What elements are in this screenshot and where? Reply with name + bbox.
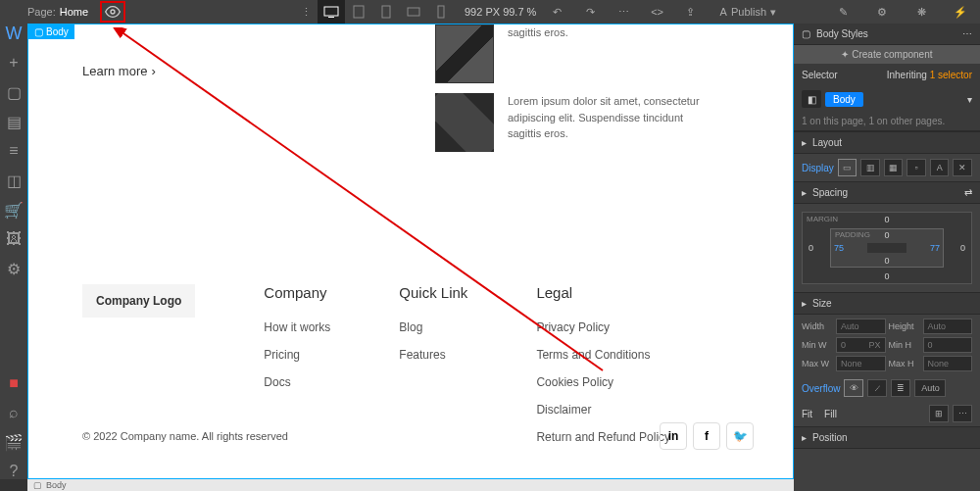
footer-link[interactable]: How it works: [264, 320, 330, 334]
settings-icon[interactable]: ⚙: [6, 261, 22, 276]
list-item: Lorem ipsum dolor sit amet, consectetur …: [435, 93, 704, 152]
video-icon[interactable]: 🎬: [6, 434, 22, 450]
footer-link[interactable]: Docs: [264, 375, 330, 389]
breadcrumb[interactable]: ▢ Body: [27, 479, 794, 491]
device-switcher: ⋮ 992 PX 99.7 %: [294, 0, 536, 24]
rec-icon[interactable]: ■: [6, 375, 22, 391]
undo-icon[interactable]: ↶: [546, 0, 569, 24]
display-none[interactable]: ✕: [953, 159, 972, 176]
display-label: Display: [802, 163, 834, 173]
footer-link[interactable]: Cookies Policy: [536, 375, 670, 389]
selector-state-icon[interactable]: ◧: [802, 90, 821, 108]
settings-tab[interactable]: ⚙: [862, 0, 902, 24]
fit-select[interactable]: Fill: [824, 409, 925, 419]
svg-point-0: [111, 10, 115, 14]
more-icon[interactable]: ⋮: [294, 0, 318, 24]
svg-rect-2: [328, 17, 334, 18]
section-position[interactable]: ▸ Position: [794, 426, 980, 449]
layers-icon[interactable]: ≡: [6, 143, 22, 159]
help-icon[interactable]: ?: [6, 464, 22, 479]
device-desktop[interactable]: [318, 0, 345, 24]
page-name[interactable]: Home: [60, 6, 88, 18]
selector-chip[interactable]: Body: [825, 92, 863, 107]
effects-tab[interactable]: ⚡: [941, 0, 980, 24]
export-icon[interactable]: ⇪: [679, 0, 703, 24]
redo-icon[interactable]: ↷: [579, 0, 603, 24]
display-grid[interactable]: ▦: [884, 159, 904, 176]
height-input[interactable]: Auto: [923, 319, 973, 334]
minh-input[interactable]: 0: [923, 337, 973, 353]
create-component-button[interactable]: ✦ Create component: [794, 45, 980, 64]
width-input[interactable]: Auto: [836, 319, 886, 334]
device-tablet[interactable]: [345, 0, 372, 24]
item-text: Lorem ipsum dolor sit amet, consectetur …: [508, 93, 704, 142]
thumbnail: [435, 25, 494, 83]
instances-note: 1 on this page, 1 on other pages.: [794, 112, 980, 131]
fit-more[interactable]: ⋯: [953, 405, 972, 422]
add-icon[interactable]: +: [6, 55, 22, 71]
page-label: Page:: [27, 6, 56, 18]
cms-icon[interactable]: ◫: [6, 172, 22, 188]
display-inline[interactable]: A: [930, 159, 950, 176]
padding-control[interactable]: PADDING 0 77 0 75: [830, 228, 944, 268]
webflow-logo-icon[interactable]: W: [6, 25, 22, 41]
brush-tab[interactable]: ✎: [823, 0, 862, 24]
code-icon[interactable]: <>: [646, 0, 669, 24]
company-logo: Company Logo: [82, 284, 195, 318]
overflow-scroll[interactable]: ≣: [891, 379, 910, 397]
body-styles-label: Body Styles: [816, 28, 868, 39]
svg-rect-1: [324, 7, 338, 16]
section-spacing[interactable]: ▸ Spacing⇄: [794, 181, 980, 204]
overflow-auto[interactable]: Auto: [914, 379, 946, 397]
overflow-visible[interactable]: 👁: [844, 379, 863, 397]
chevron-down-icon[interactable]: ▾: [967, 94, 972, 105]
footer-link[interactable]: Privacy Policy: [536, 320, 670, 334]
style-panel: ▢Body Styles⋯ ✦ Create component Selecto…: [794, 24, 980, 491]
display-flex[interactable]: ▥: [860, 159, 880, 176]
maxw-input[interactable]: None: [836, 356, 886, 371]
ecommerce-icon[interactable]: 🛒: [6, 202, 22, 218]
margin-control[interactable]: MARGIN 0 0 0 0 PADDING 0 77 0 75: [802, 212, 972, 284]
device-mobile[interactable]: [427, 0, 455, 24]
thumbnail: [435, 93, 494, 152]
search-icon[interactable]: ⌕: [6, 405, 22, 420]
facebook-icon[interactable]: f: [693, 422, 720, 450]
device-tablet-p[interactable]: [372, 0, 400, 24]
box-icon[interactable]: ▢: [6, 84, 22, 100]
linkedin-icon[interactable]: in: [660, 422, 687, 450]
maxh-input[interactable]: None: [923, 356, 973, 371]
interactions-tab[interactable]: ❋: [902, 0, 941, 24]
footer-link[interactable]: Features: [399, 348, 467, 362]
preview-eye-button[interactable]: [100, 1, 125, 23]
device-mobile-l[interactable]: [400, 0, 427, 24]
left-toolbar: W + ▢ ▤ ≡ ◫ 🛒 🖼 ⚙ ■ ⌕ 🎬 ?: [0, 24, 27, 479]
svg-rect-6: [438, 6, 444, 18]
overflow-hidden[interactable]: ⟋: [867, 379, 887, 397]
display-block[interactable]: ▭: [838, 159, 858, 176]
display-inline-block[interactable]: ▫: [906, 159, 926, 176]
canvas[interactable]: ▢ Body Learn more › sagittis eros. Lorem…: [27, 24, 794, 479]
assets-icon[interactable]: 🖼: [6, 231, 22, 247]
selector-label: Selector: [802, 70, 838, 80]
footer-link[interactable]: Disclaimer: [536, 403, 670, 417]
twitter-icon[interactable]: 🐦: [726, 422, 754, 450]
pages-icon[interactable]: ▤: [6, 114, 22, 129]
list-item: sagittis eros.: [435, 25, 704, 83]
svg-rect-4: [382, 6, 390, 18]
footer-heading: Company: [264, 284, 330, 301]
footer-link[interactable]: Terms and Conditions: [536, 348, 670, 362]
topbar: Page: Home ⋮ 992 PX 99.7 % ↶ ↷ ⋯ <> ⇪ AP…: [0, 0, 980, 24]
svg-rect-5: [408, 8, 419, 16]
publish-button[interactable]: APublish▾: [712, 6, 784, 19]
item-text: sagittis eros.: [508, 25, 704, 41]
footer-link[interactable]: Pricing: [264, 348, 330, 362]
fit-position[interactable]: ⊞: [929, 405, 949, 422]
chevron-right-icon: ›: [151, 64, 155, 78]
minw-input[interactable]: 0 PX: [836, 337, 886, 353]
footer-link[interactable]: Blog: [399, 320, 467, 334]
section-size[interactable]: ▸ Size: [794, 292, 980, 315]
canvas-dimensions: 992 PX 99.7 %: [465, 6, 536, 18]
section-layout[interactable]: ▸ Layout: [794, 131, 980, 154]
comments-icon[interactable]: ⋯: [612, 0, 636, 24]
footer-heading: Quick Link: [399, 284, 467, 301]
